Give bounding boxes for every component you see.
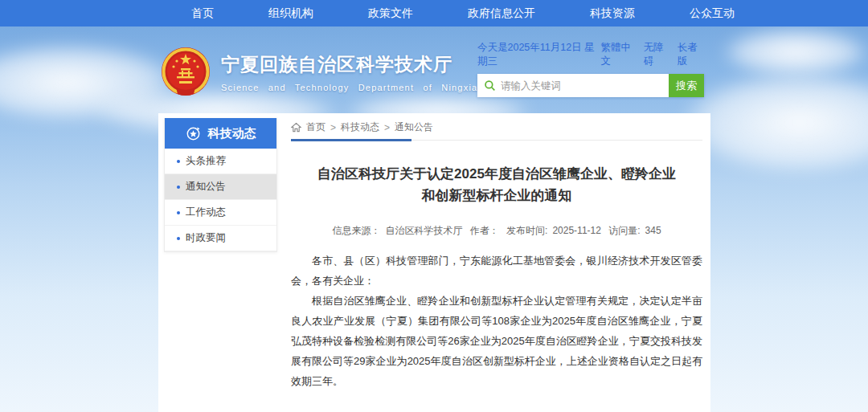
nav-item-policy-documents[interactable]: 政策文件 [368, 6, 413, 21]
sidebar-item-label: 通知公告 [186, 180, 226, 194]
current-date: 今天是2025年11月12日 星期三 [477, 41, 600, 68]
cloud [683, 72, 868, 173]
article-body: 各市、县（区）科技管理部门，宁东能源化工基地管委会，银川经济技术开发区管委会，各… [291, 251, 702, 391]
link-accessibility[interactable]: 无障碍 [644, 41, 670, 68]
sidebar: 科技动态 头条推荐 通知公告 工作动态 时政要闻 [164, 118, 277, 252]
search-input[interactable] [501, 80, 662, 92]
sidebar-title: 科技动态 [208, 126, 256, 141]
nav-item-home[interactable]: 首页 [191, 6, 214, 21]
cloud [723, 28, 868, 76]
breadcrumb-notices[interactable]: 通知公告 [395, 120, 433, 134]
nav-item-gov-info-disclosure[interactable]: 政府信息公开 [468, 6, 535, 21]
header-utilities: 今天是2025年11月12日 星期三 繁體中文 无障碍 长者版 搜索 [477, 41, 704, 97]
sidebar-item-label: 时政要闻 [186, 231, 226, 245]
nav-item-public-interaction[interactable]: 公众互动 [690, 6, 735, 21]
breadcrumb-sci-tech-news[interactable]: 科技动态 [341, 120, 379, 134]
bullet-dot-icon [177, 186, 180, 189]
article-title: 自治区科技厅关于认定2025年度自治区雏鹰企业、瞪羚企业 和创新型标杆企业的通知 [291, 163, 702, 206]
visit-count: 345 [645, 225, 661, 236]
top-navigation: 首页 组织机构 政策文件 政府信息公开 科技资源 公众互动 [0, 0, 868, 27]
article-paragraph: 根据自治区雏鹰企业、瞪羚企业和创新型标杆企业认定管理有关规定，决定认定半亩良人农… [291, 291, 702, 391]
nav-item-organization[interactable]: 组织机构 [268, 6, 313, 21]
article-paragraph: 各市、县（区）科技管理部门，宁东能源化工基地管委会，银川经济技术开发区管委会，各… [291, 251, 702, 291]
sidebar-item-current-politics[interactable]: 时政要闻 [165, 226, 276, 251]
breadcrumb-separator: > [330, 122, 336, 133]
sidebar-item-label: 头条推荐 [186, 154, 226, 168]
breadcrumb-home[interactable]: 首页 [306, 120, 326, 134]
sidebar-item-work-updates[interactable]: 工作动态 [165, 200, 276, 226]
main-panel: 科技动态 头条推荐 通知公告 工作动态 时政要闻 首页 > [158, 113, 710, 412]
home-icon [291, 122, 301, 133]
link-elder-version[interactable]: 长者版 [678, 41, 704, 68]
bullet-dot-icon [177, 160, 180, 163]
national-emblem-logo [160, 46, 211, 97]
article-source: 自治区科学技术厅 [385, 225, 462, 236]
article-meta: 信息来源：自治区科学技术厅 作者： 发布时间:2025-11-12 访问量:34… [291, 224, 702, 238]
search-icon [484, 80, 496, 92]
search-box [477, 74, 669, 97]
nav-item-sci-tech-resources[interactable]: 科技资源 [590, 6, 635, 21]
breadcrumb-accent-line [291, 139, 411, 141]
site-brand: 宁夏回族自治区科学技术厅 Science and Technology Depa… [160, 46, 477, 97]
breadcrumb: 首页 > 科技动态 > 通知公告 [291, 120, 702, 134]
sidebar-header: 科技动态 [165, 118, 276, 149]
publish-date: 2025-11-12 [552, 225, 601, 236]
bullet-dot-icon [177, 237, 180, 240]
sidebar-item-headline-recommend[interactable]: 头条推荐 [165, 149, 276, 174]
search-button[interactable]: 搜索 [669, 74, 704, 97]
link-traditional-chinese[interactable]: 繁體中文 [600, 41, 636, 68]
star-circle-icon [186, 126, 201, 141]
sidebar-item-label: 工作动态 [186, 206, 226, 219]
site-subtitle: Science and Technology Department of Nin… [221, 83, 477, 92]
sidebar-item-notices[interactable]: 通知公告 [165, 174, 276, 200]
site-title: 宁夏回族自治区科学技术厅 [221, 52, 477, 77]
content-area: 首页 > 科技动态 > 通知公告 自治区科技厅关于认定2025年度自治区雏鹰企业… [291, 120, 702, 412]
breadcrumb-separator: > [384, 122, 390, 133]
bullet-dot-icon [177, 211, 180, 214]
breadcrumb-bar: 首页 > 科技动态 > 通知公告 [291, 120, 702, 141]
